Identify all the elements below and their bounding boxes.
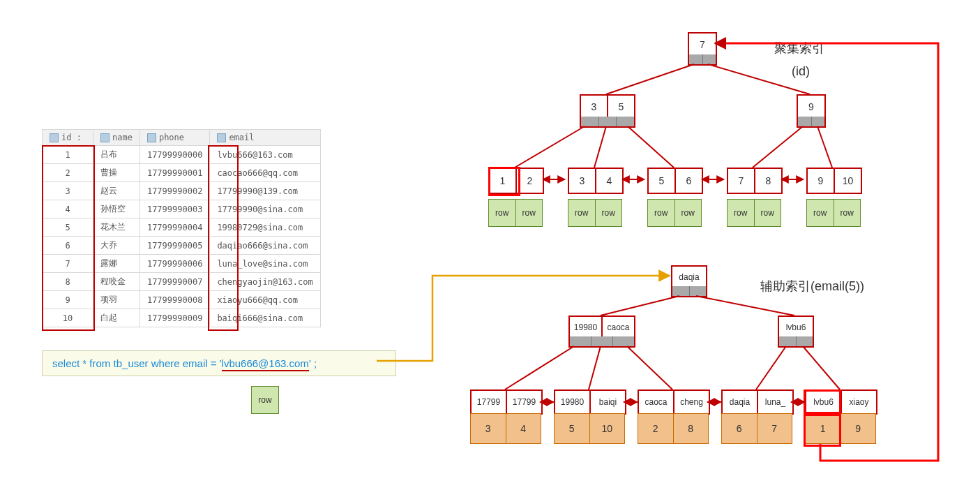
highlight-email-prefix — [208, 145, 239, 331]
svg-line-3 — [594, 126, 606, 168]
secondary-leaf-0-keys: 1779917799 — [470, 389, 543, 415]
cell-phone: 17799990004 — [140, 218, 209, 237]
cell-name: 露娜 — [93, 255, 140, 273]
cell-name: 程咬金 — [93, 273, 140, 291]
secondary-mid-1-keys: lvbu6 — [778, 315, 814, 339]
clustered-leaf-3-keys: 78 — [727, 168, 783, 194]
clustered-leaf-1-rows: rowrow — [568, 199, 622, 227]
cell-phone: 17799990002 — [140, 182, 209, 200]
cell-phone: 17799990001 — [140, 164, 209, 182]
cell-phone: 17799990007 — [140, 273, 209, 291]
clustered-leaf-1-keys: 34 — [568, 168, 624, 194]
secondary-leaf-3-keys: daqialuna_ — [721, 389, 794, 415]
svg-line-2 — [515, 126, 585, 168]
cell-name: 白起 — [93, 309, 140, 327]
svg-line-0 — [606, 64, 694, 94]
label-clustered-sub: (id) — [792, 64, 810, 79]
cell-name: 花木兰 — [93, 218, 140, 237]
clustered-mid-0-keys: 35 — [580, 94, 635, 119]
cell-phone: 17799990009 — [140, 309, 209, 327]
cell-phone: 17799990008 — [140, 291, 209, 309]
clustered-leaf-4-rows: rowrow — [806, 199, 861, 227]
cell-name: 赵云 — [93, 182, 140, 200]
clustered-leaf-2-rows: rowrow — [647, 199, 702, 227]
clustered-mid-1-keys: 9 — [797, 94, 826, 119]
svg-line-15 — [627, 346, 672, 389]
secondary-leaf-1-keys: 19980baiqi — [554, 389, 626, 415]
clustered-leaf-4-keys: 910 — [806, 168, 862, 194]
cell-name: 吕布 — [93, 146, 140, 164]
cell-name: 大乔 — [93, 237, 140, 255]
secondary-leaf-1-ids: 510 — [554, 413, 625, 444]
highlight-id-col — [42, 145, 95, 331]
secondary-root-ptrs — [671, 286, 707, 297]
clustered-mid-0-ptrs — [580, 117, 635, 128]
label-clustered-title: 聚集索引 — [774, 40, 824, 57]
label-secondary-title: 辅助索引(email(5)) — [760, 278, 864, 295]
col-email: email — [210, 130, 320, 146]
svg-line-11 — [601, 296, 679, 315]
cell-phone: 17799990003 — [140, 200, 209, 218]
clustered-root-ptrs — [688, 54, 717, 66]
cell-name: 项羽 — [93, 291, 140, 309]
secondary-leaf-3-ids: 67 — [721, 413, 792, 444]
cell-phone: 17799990000 — [140, 146, 209, 164]
secondary-leaf-2-ids: 28 — [638, 413, 709, 444]
sql-query: select * from tb_user where email = 'lvb… — [42, 350, 396, 376]
clustered-leaf-0-rows: rowrow — [488, 199, 543, 227]
highlight-id1 — [804, 412, 841, 447]
svg-line-13 — [505, 346, 574, 389]
svg-line-5 — [753, 126, 803, 168]
cell-phone: 17799990005 — [140, 237, 209, 255]
secondary-root-keys: daqia — [671, 265, 707, 289]
svg-line-14 — [589, 346, 601, 389]
secondary-mid-0-ptrs — [568, 336, 635, 348]
sql-highlight: lvbu666@163.com — [222, 357, 309, 371]
clustered-leaf-2-keys: 56 — [647, 168, 703, 194]
col-phone: phone — [140, 130, 209, 146]
legend-row-cell: row — [251, 386, 279, 414]
clustered-leaf-3-rows: rowrow — [727, 199, 781, 227]
col-id: id : — [43, 130, 93, 146]
svg-line-4 — [628, 126, 674, 168]
svg-line-12 — [696, 296, 794, 315]
cell-phone: 17799990006 — [140, 255, 209, 273]
secondary-mid-0-keys: 19980caoca — [568, 315, 635, 339]
clustered-mid-1-ptrs — [797, 117, 826, 128]
cell-name: 曹操 — [93, 164, 140, 182]
col-name: name — [93, 130, 140, 146]
secondary-leaf-2-keys: caocacheng — [638, 389, 710, 415]
secondary-leaf-0-ids: 34 — [470, 413, 541, 444]
svg-line-16 — [756, 346, 786, 389]
svg-line-17 — [803, 346, 840, 389]
clustered-root-keys: 7 — [688, 32, 717, 57]
cell-name: 孙悟空 — [93, 200, 140, 218]
secondary-mid-1-ptrs — [778, 336, 814, 348]
sql-text: select * from tb_user where email = ' — [52, 357, 222, 369]
svg-line-6 — [817, 126, 832, 168]
highlight-clustered-1 — [488, 167, 520, 196]
